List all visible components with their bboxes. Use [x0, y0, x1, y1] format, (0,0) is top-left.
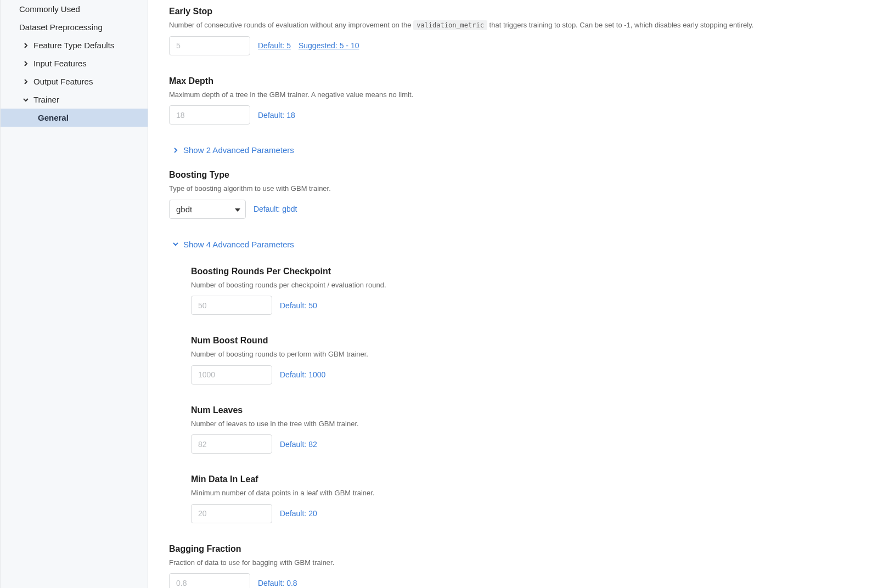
- field-max-depth: Max Depth Maximum depth of a tree in the…: [169, 76, 857, 125]
- sidebar-item-output-features[interactable]: Output Features: [1, 72, 148, 91]
- field-min-data-in-leaf: Min Data In Leaf Minimum number of data …: [169, 474, 857, 523]
- default-link[interactable]: Default: 0.8: [258, 579, 297, 587]
- field-boosting-type: Boosting Type Type of boosting algorithm…: [169, 170, 857, 219]
- default-link[interactable]: Default: 5: [258, 41, 291, 50]
- suggested-link[interactable]: Suggested: 5 - 10: [299, 41, 359, 50]
- field-title: Boosting Rounds Per Checkpoint: [191, 267, 857, 276]
- field-description: Minimum number of data points in a leaf …: [191, 488, 857, 499]
- min-data-in-leaf-input[interactable]: [191, 504, 272, 523]
- field-early-stop: Early Stop Number of consecutive rounds …: [169, 7, 857, 55]
- default-link[interactable]: Default: gbdt: [254, 205, 297, 213]
- field-description: Number of boosting rounds to perform wit…: [191, 349, 857, 360]
- sidebar-item-label: Feature Type Defaults: [33, 41, 114, 50]
- sidebar-item-feature-type-defaults[interactable]: Feature Type Defaults: [1, 36, 148, 54]
- sidebar: Commonly Used Dataset Preprocessing Feat…: [0, 0, 148, 588]
- field-description: Type of boosting algorithm to use with G…: [169, 183, 857, 194]
- field-title: Num Boost Round: [191, 336, 857, 346]
- field-num-boost-round: Num Boost Round Number of boosting round…: [169, 336, 857, 385]
- chevron-right-icon: [22, 78, 29, 85]
- field-title: Early Stop: [169, 7, 857, 16]
- sidebar-item-label: Input Features: [33, 59, 87, 68]
- chevron-right-icon: [22, 60, 29, 67]
- field-description: Fraction of data to use for bagging with…: [169, 557, 857, 568]
- field-description: Maximum depth of a tree in the GBM train…: [169, 89, 857, 100]
- field-title: Max Depth: [169, 76, 857, 86]
- default-link[interactable]: Default: 82: [280, 440, 317, 449]
- early-stop-input[interactable]: [169, 36, 250, 55]
- boosting-type-select[interactable]: gbdt: [169, 200, 246, 219]
- chevron-right-icon: [172, 147, 179, 154]
- sidebar-subitem-general[interactable]: General: [1, 109, 148, 127]
- code-validation-metric: validation_metric: [413, 20, 487, 30]
- field-title: Bagging Fraction: [169, 544, 857, 554]
- sidebar-item-label: Trainer: [33, 95, 59, 104]
- boosting-rounds-per-checkpoint-input[interactable]: [191, 296, 272, 315]
- field-bagging-fraction: Bagging Fraction Fraction of data to use…: [169, 544, 857, 589]
- main-content: Early Stop Number of consecutive rounds …: [148, 0, 878, 588]
- max-depth-input[interactable]: [169, 105, 250, 125]
- sidebar-item-commonly-used[interactable]: Commonly Used: [1, 0, 148, 18]
- field-description: Number of boosting rounds per checkpoint…: [191, 280, 857, 291]
- default-link[interactable]: Default: 20: [280, 509, 317, 518]
- field-title: Boosting Type: [169, 170, 857, 180]
- sidebar-item-trainer[interactable]: Trainer: [1, 91, 148, 109]
- sidebar-item-dataset-preprocessing[interactable]: Dataset Preprocessing: [1, 18, 148, 36]
- show-advanced-toggle-1[interactable]: Show 2 Advanced Parameters: [172, 145, 857, 155]
- num-boost-round-input[interactable]: [191, 365, 272, 385]
- toggle-label: Show 4 Advanced Parameters: [183, 240, 294, 249]
- default-link[interactable]: Default: 18: [258, 111, 295, 120]
- field-title: Num Leaves: [191, 405, 857, 415]
- field-boosting-rounds-per-checkpoint: Boosting Rounds Per Checkpoint Number of…: [169, 267, 857, 315]
- field-description: Number of leaves to use in the tree with…: [191, 419, 857, 429]
- bagging-fraction-input[interactable]: [169, 573, 250, 588]
- sidebar-item-input-features[interactable]: Input Features: [1, 54, 148, 72]
- num-leaves-input[interactable]: [191, 434, 272, 454]
- sidebar-item-label: Output Features: [33, 77, 93, 86]
- chevron-down-icon: [172, 241, 179, 247]
- field-num-leaves: Num Leaves Number of leaves to use in th…: [169, 405, 857, 454]
- field-title: Min Data In Leaf: [191, 474, 857, 484]
- chevron-right-icon: [22, 42, 29, 49]
- default-link[interactable]: Default: 1000: [280, 370, 325, 379]
- show-advanced-toggle-2[interactable]: Show 4 Advanced Parameters: [172, 240, 857, 249]
- toggle-label: Show 2 Advanced Parameters: [183, 145, 294, 155]
- default-link[interactable]: Default: 50: [280, 301, 317, 310]
- field-description: Number of consecutive rounds of evaluati…: [169, 20, 857, 31]
- chevron-down-icon: [22, 97, 29, 103]
